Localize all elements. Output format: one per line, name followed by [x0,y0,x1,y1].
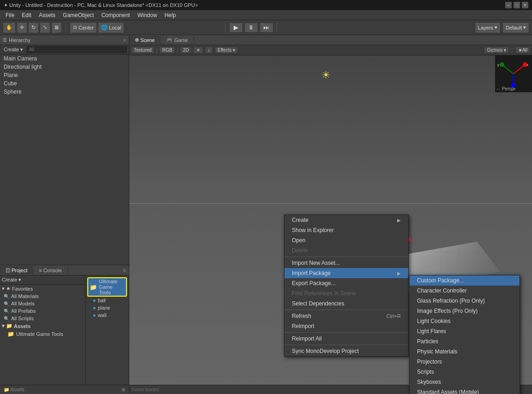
menu-window[interactable]: Window [133,11,161,19]
scene-all-btn[interactable]: ★All [515,47,530,54]
asset-icon-ball: ● [93,298,96,303]
scene-effects-btn[interactable]: Effects ▾ [215,47,238,54]
game-tab-icon: 🎮 [166,37,173,43]
assets-header: ▾ 📁 Assets [0,322,85,330]
toolbar-hand-tool[interactable]: ✋ [3,22,16,33]
hierarchy-panel: ☰ Hierarchy ≡ Create ▾ Main Camera Direc… [0,35,129,394]
context-menu: Create ▶ Show in Explorer Open Delete Im… [284,215,409,357]
project-tree-all-models[interactable]: 🔍 All Models [0,300,85,307]
menu-component[interactable]: Component [97,11,133,19]
window-title: Unity - Untitled - Destruction - PC, Mac… [9,2,198,8]
scene-color-mode-btn[interactable]: RGB [159,47,175,54]
submenu-item-particles[interactable]: Particles [410,336,520,346]
asset-item-wall[interactable]: ● wall [87,311,127,319]
asset-folder-ultimate-game-tools[interactable]: 📁 Ultimate Game Tools [87,277,127,297]
scene-2d-btn[interactable]: 2D [180,47,192,54]
tab-game[interactable]: 🎮 Game [161,36,194,44]
toolbar-move-tool[interactable]: ✛ [17,22,27,33]
scene-display-mode-btn[interactable]: Textured [131,47,154,54]
submenu-item-image-effects[interactable]: Image Effects (Pro Only) [410,306,520,316]
svg-text:x: x [526,63,528,67]
project-create-btn[interactable]: Create ▾ [2,277,21,283]
ctx-sep-2 [284,310,408,310]
hierarchy-search-input[interactable] [27,46,127,53]
panel-options-icon[interactable]: ≡ [123,267,129,274]
asset-size-slider[interactable]: ⊞ [121,387,125,392]
ctx-refresh[interactable]: Refresh Ctrl+R [284,311,408,321]
hierarchy-menu-icon[interactable]: ≡ [123,37,126,43]
window-controls[interactable]: ─ □ ✕ [505,2,528,8]
menu-edit[interactable]: Edit [18,11,35,19]
toolbar-scale-tool[interactable]: ⤡ [40,22,50,33]
project-tree-ultimate-game-tools[interactable]: 📁 Ultimate Game Tools [0,330,85,338]
submenu-item-projectors[interactable]: Projectors [410,357,520,367]
ctx-sync-monodevelop[interactable]: Sync MonoDevelop Project [284,346,408,356]
menu-assets[interactable]: Assets [35,11,59,19]
unity-logo-icon: ✦ [4,2,8,8]
tab-project[interactable]: ◫ Project [0,266,33,274]
submenu-item-standard-assets-mobile[interactable]: Standard Assets (Mobile) [410,387,520,394]
toolbar-rect-tool[interactable]: ⊠ [51,22,62,33]
scene-lighting-btn[interactable]: ☀ [193,47,203,54]
favorites-header: ▾ ★ Favorites [0,285,85,293]
toolbar-rotate-tool[interactable]: ↻ [28,22,39,33]
scene-gizmos-btn[interactable]: Gizmos ▾ [484,47,509,54]
svg-point-6 [500,62,504,67]
pause-button[interactable]: ⏸ [244,23,258,33]
menu-help[interactable]: Help [161,11,180,19]
menu-file[interactable]: File [2,11,18,19]
play-button[interactable]: ▶ [229,23,243,33]
project-tree-all-materials[interactable]: 🔍 All Materials [0,293,85,300]
ctx-open[interactable]: Open [284,235,408,245]
submenu-item-skyboxes[interactable]: Skyboxes [410,377,520,387]
hierarchy-item-sphere[interactable]: Sphere [0,88,129,96]
menu-gameobject[interactable]: GameObject [59,11,97,19]
layers-button[interactable]: Layers ▾ [475,22,501,33]
hierarchy-item-cube[interactable]: Cube [0,79,129,88]
search-icon-scripts: 🔍 [4,316,9,321]
project-tree-all-scripts[interactable]: 🔍 All Scripts [0,315,85,322]
asset-item-ball[interactable]: ● ball [87,297,127,304]
project-tree-all-prefabs[interactable]: 🔍 All Prefabs [0,307,85,315]
ctx-import-package[interactable]: Import Package ▶ [284,268,408,278]
ctx-select-dependencies[interactable]: Select Dependencies [284,298,408,309]
hierarchy-content: Create ▾ Main Camera Directional light P… [0,45,129,265]
submenu-item-character-controller[interactable]: Character Controller [410,286,520,296]
layout-button[interactable]: Default ▾ [502,22,529,33]
ctx-reimport[interactable]: Reimport [284,321,408,331]
transform-tools: ✋ ✛ ↻ ⤡ ⊠ [3,22,62,33]
space-toggle[interactable]: 🌐 Local [98,22,124,33]
step-button[interactable]: ⏭ [260,23,273,33]
ctx-show-in-explorer[interactable]: Show in Explorer [284,225,408,235]
submenu-item-custom-package[interactable]: Custom Package... [410,275,520,286]
ctx-export-package[interactable]: Export Package... [284,278,408,288]
submenu-item-glass-refraction[interactable]: Glass Refraction (Pro Only) [410,296,520,306]
ctx-create[interactable]: Create ▶ [284,215,408,225]
folder-icon-ult-tools: 📁 [7,331,14,337]
hierarchy-create-btn[interactable]: Create ▾ [2,47,25,53]
maximize-button[interactable]: □ [514,2,520,8]
hierarchy-item-main-camera[interactable]: Main Camera [0,54,129,63]
submenu-item-light-cookies[interactable]: Light Cookies [410,316,520,326]
minimize-button[interactable]: ─ [505,2,512,8]
hierarchy-item-plane[interactable]: Plane [0,71,129,79]
ctx-refresh-shortcut: Ctrl+R [387,313,401,319]
pivot-toggle[interactable]: ⊙ Center [70,22,97,33]
ctx-import-new-asset[interactable]: Import New Asset... [284,258,408,268]
ctx-sep-1 [284,257,408,257]
asset-item-plane[interactable]: ● plane [87,304,127,311]
hierarchy-icon: ☰ [3,37,7,42]
ctx-reimport-all[interactable]: Reimport All [284,334,408,344]
tab-scene[interactable]: ⊕ Scene [129,36,161,44]
submenu-item-physic-materials[interactable]: Physic Materials [410,346,520,357]
hierarchy-item-directional-light[interactable]: Directional light [0,63,129,71]
project-area: Create ▾ ▾ ★ Favorites 🔍 All Materials 🔍… [0,275,129,385]
ctx-sep-4 [284,345,408,345]
asset-icon-plane: ● [93,305,96,310]
close-button[interactable]: ✕ [522,2,528,8]
scene-audio-btn[interactable]: ♪ [205,47,213,54]
submenu-item-scripts[interactable]: Scripts [410,367,520,377]
tab-console[interactable]: ≡ Console [33,267,68,274]
ctx-sep-3 [284,332,408,333]
submenu-item-light-flares[interactable]: Light Flares [410,326,520,336]
